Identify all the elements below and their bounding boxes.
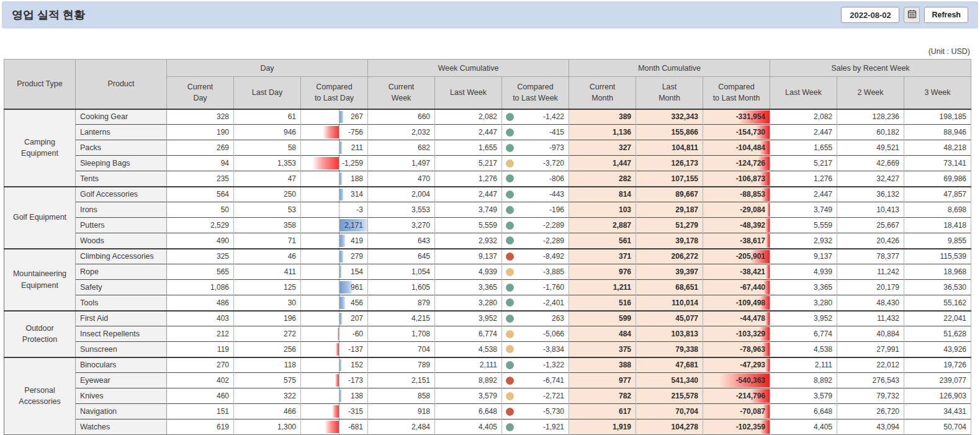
compared-last-month-value: -44,478 xyxy=(740,314,765,323)
compared-last-day-value: -137 xyxy=(348,345,363,354)
negative-bar xyxy=(336,343,339,356)
current-day-cell: 325 xyxy=(167,249,234,264)
status-dot-green xyxy=(506,222,514,230)
compared-last-month-cell: -124,726 xyxy=(703,156,770,171)
recent-2-week-cell: 11,432 xyxy=(837,311,904,326)
compared-last-month-cell: -48,392 xyxy=(703,218,770,233)
positive-bar xyxy=(339,297,345,309)
product-type-cell: Camping Equipment xyxy=(4,109,76,187)
compared-last-week-cell: -3,720 xyxy=(502,156,569,171)
last-month-cell: 107,155 xyxy=(636,171,703,187)
recent-2-week-cell: 49,521 xyxy=(837,140,904,156)
recent-last-week-cell: 9,137 xyxy=(770,249,837,264)
compared-last-day-value: 138 xyxy=(351,392,363,400)
compared-last-day-cell: 267 xyxy=(301,109,368,125)
zero-axis-line xyxy=(339,342,339,357)
product-cell: Lanterns xyxy=(76,125,167,140)
current-week-cell: 704 xyxy=(368,342,435,357)
month-negative-bar xyxy=(765,312,770,326)
compared-last-week-cell: -415 xyxy=(502,125,569,140)
recent-3-week-cell: 88,946 xyxy=(904,125,971,140)
compared-last-month-value: -102,359 xyxy=(736,423,765,431)
header-group-row: Product TypeProductDayWeek CumulativeMon… xyxy=(4,60,971,77)
compared-last-month-cell: -331,954 xyxy=(703,109,770,125)
last-month-cell: 541,340 xyxy=(636,373,703,388)
compared-last-day-cell: -137 xyxy=(301,342,368,357)
compared-last-day-value: 961 xyxy=(351,283,363,292)
compared-last-day-cell: 211 xyxy=(301,140,368,156)
compared-last-week-value: -6,741 xyxy=(543,376,564,385)
recent-2-week-cell: 20,426 xyxy=(837,233,904,249)
status-dot-green xyxy=(506,144,514,152)
compared-last-week-cell: 263 xyxy=(502,311,569,326)
compared-last-week-value: -2,289 xyxy=(543,221,564,230)
last-week-cell: 5,559 xyxy=(435,218,502,233)
last-month-cell: 70,704 xyxy=(636,404,703,419)
compared-last-day-cell: -756 xyxy=(301,125,368,140)
sub-header-2-0: Current Month xyxy=(569,77,636,109)
refresh-button[interactable]: Refresh xyxy=(924,7,968,23)
product-cell: First Aid xyxy=(76,311,167,326)
compared-last-month-cell: -29,084 xyxy=(703,202,770,218)
zero-axis-line xyxy=(339,156,339,171)
recent-2-week-cell: 36,132 xyxy=(837,187,904,202)
recent-3-week-cell: 47,857 xyxy=(904,187,971,202)
current-week-cell: 789 xyxy=(368,357,435,373)
current-month-cell: 388 xyxy=(569,357,636,373)
sub-header-0-1: Last Day xyxy=(234,77,301,109)
recent-2-week-cell: 78,377 xyxy=(837,249,904,264)
current-week-cell: 470 xyxy=(368,171,435,187)
compared-last-day-value: 419 xyxy=(351,236,363,245)
compared-last-month-value: -78,963 xyxy=(740,345,765,354)
current-month-cell: 782 xyxy=(569,388,636,404)
compared-last-week-value: -806 xyxy=(549,174,564,183)
compared-last-week-cell: -5,730 xyxy=(502,404,569,419)
compared-last-month-cell: -78,963 xyxy=(703,342,770,357)
product-cell: Irons xyxy=(76,202,167,218)
current-day-cell: 619 xyxy=(167,419,234,435)
recent-last-week-cell: 3,579 xyxy=(770,388,837,404)
last-day-cell: 358 xyxy=(234,218,301,233)
positive-bar xyxy=(339,235,345,247)
recent-2-week-cell: 60,182 xyxy=(837,125,904,140)
compared-last-month-cell: -540,363 xyxy=(703,373,770,388)
product-cell: Sleeping Bags xyxy=(76,156,167,171)
compared-last-month-cell: -70,087 xyxy=(703,404,770,419)
compared-last-day-cell: -3 xyxy=(301,202,368,218)
compared-last-week-cell: -973 xyxy=(502,140,569,156)
status-dot-green xyxy=(506,361,514,369)
compared-last-month-cell: -214,796 xyxy=(703,388,770,404)
current-month-cell: 1,919 xyxy=(569,419,636,435)
recent-3-week-cell: 9,855 xyxy=(904,233,971,249)
status-dot-green xyxy=(506,113,514,121)
table-row: Packs269582116821,655-973327104,811-104,… xyxy=(4,140,971,156)
status-dot-green xyxy=(506,315,514,323)
last-week-cell: 1,655 xyxy=(435,140,502,156)
last-week-cell: 3,579 xyxy=(435,388,502,404)
compared-last-week-cell: -1,322 xyxy=(502,357,569,373)
sub-header-1-1: Last Week xyxy=(435,77,502,109)
status-dot-red xyxy=(506,377,514,385)
current-week-cell: 4,215 xyxy=(368,311,435,326)
current-day-cell: 460 xyxy=(167,388,234,404)
current-day-cell: 212 xyxy=(167,326,234,342)
compared-last-day-value: 188 xyxy=(351,174,363,183)
date-input[interactable] xyxy=(841,7,899,23)
compared-last-day-cell: 188 xyxy=(301,171,368,187)
current-week-cell: 1,605 xyxy=(368,280,435,295)
zero-axis-line xyxy=(339,404,339,419)
recent-last-week-cell: 1,276 xyxy=(770,171,837,187)
status-dot-yellow xyxy=(506,268,514,276)
status-dot-green xyxy=(506,284,514,292)
product-cell: Golf Accessories xyxy=(76,187,167,202)
table-row: Sleeping Bags941,353-1,2591,4975,217-3,7… xyxy=(4,156,971,171)
last-day-cell: 256 xyxy=(234,342,301,357)
status-dot-yellow xyxy=(506,392,514,400)
status-dot-green xyxy=(506,423,514,431)
last-month-cell: 51,279 xyxy=(636,218,703,233)
calendar-button[interactable] xyxy=(904,7,920,23)
month-negative-bar xyxy=(767,203,770,217)
current-month-cell: 389 xyxy=(569,109,636,125)
negative-bar xyxy=(335,374,339,387)
last-day-cell: 118 xyxy=(234,357,301,373)
